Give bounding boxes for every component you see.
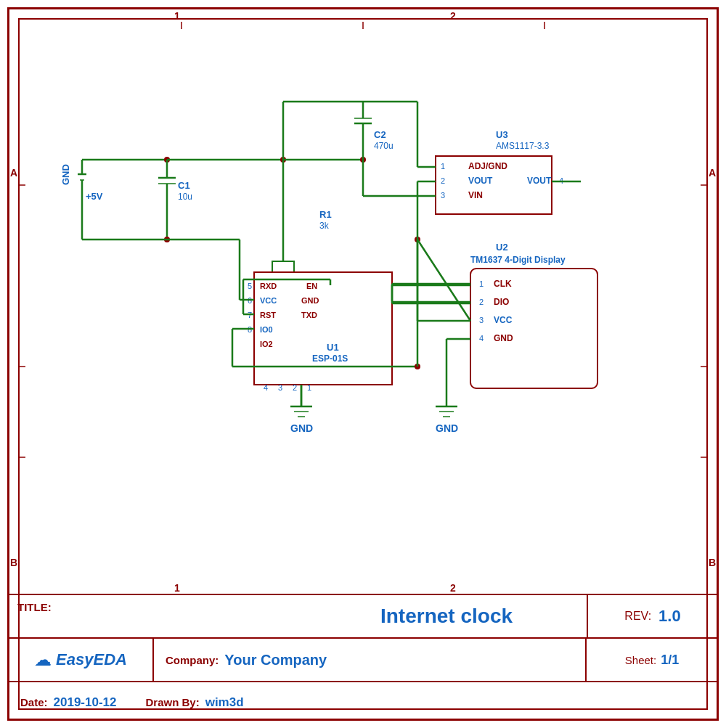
sheet-section: Sheet: 1/1	[587, 639, 717, 681]
svg-text:AMS1117-3.3: AMS1117-3.3	[496, 141, 550, 151]
sheet-value: 1/1	[661, 653, 679, 668]
date-label: Date:	[20, 696, 48, 708]
svg-text:2: 2	[479, 298, 484, 306]
svg-text:IO0: IO0	[260, 325, 273, 334]
svg-text:GND: GND	[436, 422, 458, 434]
schematic-svg: GND +5V C1 10u C2 470u	[0, 0, 726, 588]
svg-text:TXD: TXD	[301, 311, 317, 319]
svg-text:1: 1	[479, 279, 484, 288]
svg-text:C1: C1	[178, 180, 190, 191]
title-block: TITLE: Internet clock REV: 1.0 ☁ EasyEDA…	[7, 594, 719, 721]
svg-text:C2: C2	[374, 129, 386, 140]
svg-text:U3: U3	[496, 129, 508, 140]
cloud-icon: ☁	[34, 650, 52, 670]
svg-text:5: 5	[248, 282, 252, 290]
svg-text:GND: GND	[494, 333, 513, 343]
svg-text:+5V: +5V	[86, 191, 103, 202]
svg-text:RXD: RXD	[260, 282, 277, 290]
svg-text:3k: 3k	[319, 221, 330, 231]
svg-text:GND: GND	[290, 422, 313, 434]
svg-text:ADJ/GND: ADJ/GND	[468, 161, 507, 171]
svg-text:RST: RST	[260, 311, 276, 319]
svg-text:470u: 470u	[374, 141, 393, 151]
company-section: Company: Your Company	[154, 639, 587, 681]
title-label: TITLE:	[9, 595, 306, 637]
svg-text:CLK: CLK	[494, 279, 512, 289]
logo-section: ☁ EasyEDA	[9, 639, 154, 681]
company-value: Your Company	[224, 652, 327, 668]
svg-text:GND: GND	[60, 164, 71, 185]
svg-text:R1: R1	[319, 209, 332, 220]
drawn-value: wim3d	[205, 695, 244, 710]
svg-text:3: 3	[479, 316, 484, 324]
svg-text:EN: EN	[306, 282, 317, 290]
title-value: Internet clock	[306, 595, 587, 637]
date-value: 2019-10-12	[54, 695, 117, 710]
svg-text:4: 4	[479, 334, 484, 343]
svg-text:U2: U2	[496, 242, 508, 253]
svg-text:GND: GND	[301, 296, 319, 305]
page: 1 2 1 2 A B A B GND +5V C1 10u	[0, 0, 726, 728]
rev-label: REV:	[624, 610, 651, 623]
svg-text:1: 1	[307, 383, 311, 392]
svg-text:2: 2	[441, 176, 445, 185]
rev-value: 1.0	[658, 607, 681, 626]
svg-rect-98	[470, 269, 597, 388]
svg-text:VOUT: VOUT	[527, 176, 552, 186]
svg-text:VIN: VIN	[468, 190, 483, 200]
svg-text:VCC: VCC	[494, 315, 513, 325]
svg-text:ESP-01S: ESP-01S	[312, 353, 348, 364]
sheet-label: Sheet:	[625, 654, 656, 666]
svg-text:4: 4	[264, 383, 268, 392]
company-label: Company:	[166, 654, 219, 666]
svg-text:3: 3	[278, 383, 282, 392]
drawn-label: Drawn By:	[145, 696, 199, 708]
rev-section: REV: 1.0	[587, 595, 717, 637]
svg-text:TM1637 4-Digit Display: TM1637 4-Digit Display	[470, 255, 566, 265]
logo-text: EasyEDA	[56, 650, 127, 669]
svg-text:IO2: IO2	[260, 340, 273, 348]
svg-text:VCC: VCC	[260, 296, 277, 305]
svg-line-111	[417, 240, 470, 321]
svg-text:VOUT: VOUT	[468, 176, 493, 186]
svg-text:2: 2	[293, 383, 297, 392]
svg-text:U1: U1	[327, 342, 339, 353]
svg-text:3: 3	[441, 191, 445, 200]
svg-text:DIO: DIO	[494, 297, 509, 307]
svg-text:1: 1	[441, 162, 445, 171]
svg-text:10u: 10u	[178, 192, 192, 202]
